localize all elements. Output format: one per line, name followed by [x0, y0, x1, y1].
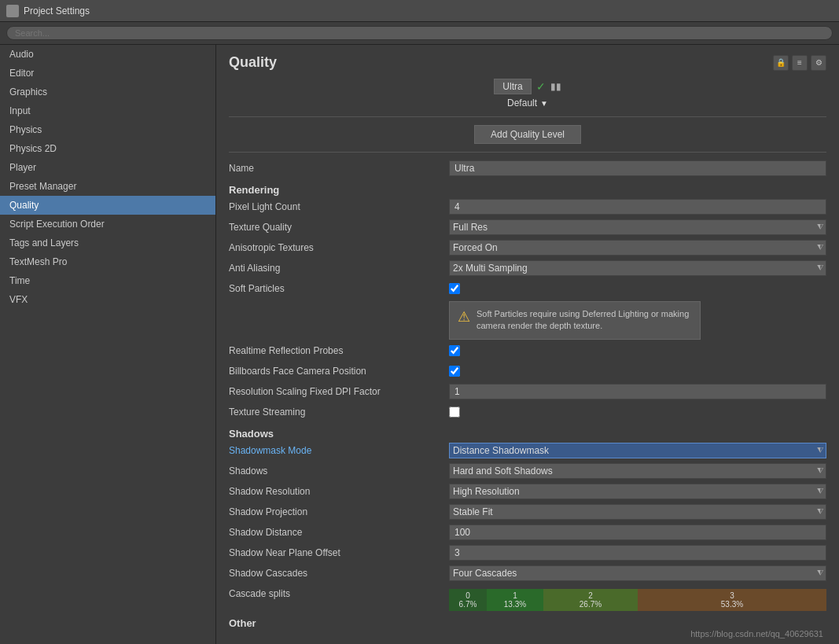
pixel-light-count-input[interactable] — [449, 199, 826, 215]
sidebar-item-tagsandlayers[interactable]: Tags and Layers — [0, 234, 215, 252]
settings-icon-btn[interactable]: ⚙ — [811, 55, 826, 71]
sidebar-item-quality[interactable]: Quality — [0, 196, 215, 215]
sidebar-item-time[interactable]: Time — [0, 271, 215, 290]
rendering-header: Rendering — [229, 184, 826, 196]
add-quality-level-button[interactable]: Add Quality Level — [474, 125, 581, 144]
billboards-face-camera-checkbox[interactable] — [449, 366, 460, 377]
billboards-face-camera-label: Billboards Face Camera Position — [229, 363, 449, 377]
soft-particles-checkbox[interactable] — [449, 283, 460, 294]
name-label: Name — [229, 160, 449, 174]
anisotropic-textures-select[interactable]: Forced On Per Texture Disabled — [449, 240, 826, 256]
shadow-cascades-select[interactable]: Four Cascades Two Cascades No Cascades — [449, 565, 826, 581]
page-title: Quality — [229, 54, 277, 71]
shadow-near-plane-input[interactable] — [449, 545, 826, 561]
chevron-down-icon: ▼ — [540, 99, 548, 108]
sidebar: Audio Editor Graphics Input Physics Phys… — [0, 45, 216, 644]
sidebar-item-vfx[interactable]: VFX — [0, 290, 215, 309]
sidebar-item-audio[interactable]: Audio — [0, 45, 215, 64]
cascade-segment-0[interactable]: 0 6.7% — [449, 589, 487, 611]
shadow-near-plane-label: Shadow Near Plane Offset — [229, 545, 449, 558]
texture-quality-label: Texture Quality — [229, 219, 449, 233]
shadowmask-mode-select[interactable]: Distance Shadowmask Shadowmask — [449, 443, 826, 458]
anti-aliasing-select[interactable]: 2x Multi Sampling Disabled 4x Multi Samp… — [449, 260, 826, 276]
search-input[interactable] — [6, 26, 833, 40]
sidebar-item-physics2d[interactable]: Physics 2D — [0, 139, 215, 158]
realtime-reflection-checkbox[interactable] — [449, 345, 460, 356]
sidebar-item-presetmanager[interactable]: Preset Manager — [0, 177, 215, 196]
sidebar-item-player[interactable]: Player — [0, 158, 215, 177]
shadow-resolution-label: Shadow Resolution — [229, 484, 449, 497]
sidebar-item-physics[interactable]: Physics — [0, 120, 215, 139]
anti-aliasing-label: Anti Aliasing — [229, 260, 449, 274]
shadow-distance-input[interactable] — [449, 524, 826, 540]
check-icon: ✓ — [536, 80, 546, 93]
soft-particles-label: Soft Particles — [229, 281, 449, 294]
app-icon — [6, 5, 19, 17]
sidebar-item-textmeshpro[interactable]: TextMesh Pro — [0, 252, 215, 271]
realtime-reflection-label: Realtime Reflection Probes — [229, 343, 449, 356]
texture-quality-select[interactable]: Full Res Half Res Quarter Res Eighth Res — [449, 219, 826, 235]
other-header: Other — [229, 617, 826, 629]
sidebar-item-scriptexecution[interactable]: Script Execution Order — [0, 215, 215, 234]
warning-icon: ⚠ — [458, 308, 470, 326]
warning-text: Soft Particles require using Deferred Li… — [477, 308, 692, 333]
lock-icon-btn[interactable]: 🔒 — [773, 55, 789, 71]
cascade-bar: 0 6.7% 1 13.3% 2 26.7% 3 — [449, 589, 826, 611]
shadows-label: Shadows — [229, 463, 449, 477]
shadowmask-mode-label: Shadowmask Mode — [229, 443, 449, 456]
soft-particles-warning: ⚠ Soft Particles require using Deferred … — [449, 301, 701, 340]
resolution-scaling-input[interactable] — [449, 384, 826, 399]
content-area: Quality 🔒 ≡ ⚙ Ultra ✓ ▮▮ Default ▼ — [216, 45, 839, 644]
name-input[interactable] — [449, 160, 826, 176]
sidebar-item-editor[interactable]: Editor — [0, 64, 215, 83]
cascade-segment-1[interactable]: 1 13.3% — [487, 589, 543, 611]
anisotropic-textures-label: Anisotropic Textures — [229, 240, 449, 253]
layout-icon-btn[interactable]: ≡ — [792, 55, 808, 71]
cascade-splits-label: Cascade splits — [229, 586, 449, 599]
pause-icon: ▮▮ — [550, 81, 561, 92]
shadow-projection-select[interactable]: Stable Fit Close Fit — [449, 504, 826, 520]
shadows-header: Shadows — [229, 428, 826, 440]
shadow-cascades-label: Shadow Cascades — [229, 565, 449, 579]
search-bar — [0, 22, 839, 45]
default-label: Default — [507, 98, 537, 109]
resolution-scaling-label: Resolution Scaling Fixed DPI Factor — [229, 384, 449, 397]
shadow-resolution-select[interactable]: High Resolution Low Resolution Medium Re… — [449, 484, 826, 499]
watermark: https://blog.csdn.net/qq_40629631 — [690, 629, 823, 638]
cascade-segment-2[interactable]: 2 26.7% — [543, 589, 638, 611]
sidebar-item-input[interactable]: Input — [0, 101, 215, 120]
title-bar: Project Settings — [0, 0, 839, 22]
app-title: Project Settings — [24, 6, 90, 17]
shadow-distance-label: Shadow Distance — [229, 524, 449, 538]
texture-streaming-label: Texture Streaming — [229, 404, 449, 418]
shadows-select[interactable]: Hard and Soft Shadows Hard Shadows Only … — [449, 463, 826, 479]
sidebar-item-graphics[interactable]: Graphics — [0, 83, 215, 101]
pixel-light-count-label: Pixel Light Count — [229, 199, 449, 212]
texture-streaming-checkbox[interactable] — [449, 407, 460, 418]
cascade-segment-3[interactable]: 3 53.3% — [638, 589, 826, 611]
shadow-projection-label: Shadow Projection — [229, 504, 449, 517]
quality-level-tag: Ultra — [494, 79, 531, 94]
